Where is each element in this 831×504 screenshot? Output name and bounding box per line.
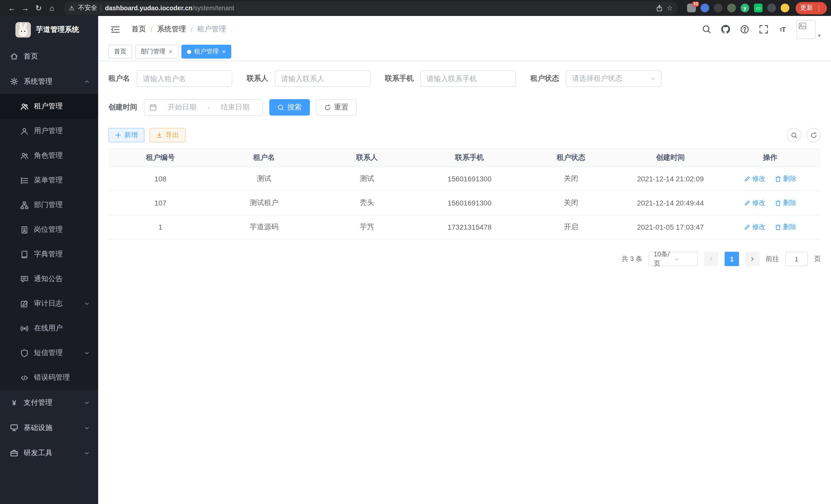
insecure-warning-icon: ⚠ (69, 4, 75, 11)
tab-home[interactable]: 首页 (109, 45, 132, 59)
browser-back-icon[interactable]: ← (5, 1, 19, 14)
github-icon[interactable] (721, 24, 731, 34)
sidebar-item-post[interactable]: 岗位管理 (0, 217, 98, 242)
sidebar-item-payment[interactable]: ¥ 支付管理 (0, 390, 98, 415)
export-button[interactable]: 导出 (149, 128, 185, 142)
home-icon (10, 52, 18, 60)
sidebar-logo[interactable]: 芋道管理系统 (0, 16, 98, 44)
sidebar-item-tenant[interactable]: 租户管理 (0, 94, 98, 119)
address-bar[interactable]: ⚠ 不安全 dashboard.yudao.iocoder.cn/system/… (64, 1, 678, 14)
font-size-icon[interactable]: tT (778, 24, 788, 34)
edit-button[interactable]: 修改 (744, 174, 766, 183)
breadcrumb-system[interactable]: 系统管理 (157, 25, 186, 34)
share-icon[interactable] (656, 4, 663, 11)
extension-icon-1[interactable]: 10 (687, 4, 696, 12)
sidebar-item-error-code[interactable]: 错误码管理 (0, 365, 98, 390)
yen-icon: ¥ (10, 399, 18, 406)
extension-icon-7[interactable] (767, 4, 776, 12)
date-separator: - (207, 103, 210, 112)
sidebar-item-dev-tools[interactable]: 研发工具 (0, 440, 98, 466)
sidebar-toggle-icon[interactable] (111, 24, 120, 34)
page-suffix-label: 页 (814, 254, 821, 264)
sidebar-item-role[interactable]: 角色管理 (0, 143, 98, 168)
delete-button[interactable]: 删除 (775, 198, 796, 208)
fullscreen-icon[interactable] (759, 24, 769, 34)
sidebar-item-online-users[interactable]: 在线用户 (0, 316, 98, 340)
trash-icon (775, 200, 781, 206)
close-icon[interactable]: × (222, 48, 226, 55)
browser-update-button[interactable]: 更新 ⋮ (796, 2, 827, 14)
extension-icon-6[interactable]: ▭ (754, 4, 763, 12)
cell-contact: 秃头 (316, 191, 418, 215)
phone-input[interactable] (420, 70, 516, 87)
browser-reload-icon[interactable]: ↻ (32, 1, 45, 14)
url-text[interactable]: dashboard.yudao.iocoder.cn/system/tenant (105, 4, 652, 11)
date-range-picker[interactable]: 开始日期 - 结束日期 (144, 99, 263, 116)
security-label[interactable]: 不安全 (78, 4, 97, 12)
toggle-search-icon[interactable] (787, 128, 801, 142)
breadcrumb-home[interactable]: 首页 (132, 25, 146, 34)
tab-label: 部门管理 (141, 47, 166, 56)
main-panel: 首页 / 系统管理 / 租户管理 tT ▾ (98, 16, 831, 504)
contact-input[interactable] (275, 70, 371, 87)
chevron-up-icon (84, 78, 90, 85)
badge-icon (21, 226, 28, 234)
edit-button[interactable]: 修改 (744, 198, 766, 208)
extension-icon-2[interactable] (700, 4, 709, 12)
user-avatar-menu[interactable]: ▾ (797, 20, 821, 39)
trash-icon (775, 176, 781, 182)
cell-status: 开启 (521, 215, 621, 239)
sidebar-item-label: 用户管理 (34, 126, 90, 136)
refresh-icon[interactable] (806, 128, 821, 142)
delete-button[interactable]: 删除 (775, 174, 796, 183)
sidebar-item-label: 菜单管理 (34, 176, 90, 185)
browser-menu-icon[interactable]: ⋮ (815, 4, 822, 12)
edit-button[interactable]: 修改 (744, 223, 766, 232)
tab-dept[interactable]: 部门管理 × (135, 45, 178, 59)
browser-home-icon[interactable]: ⌂ (45, 1, 59, 14)
sidebar-item-system[interactable]: 系统管理 (0, 69, 98, 94)
sidebar-item-infrastructure[interactable]: 基础设施 (0, 415, 98, 440)
sidebar-item-menu-mgmt[interactable]: 菜单管理 (0, 168, 98, 192)
search-button[interactable]: 搜索 (269, 99, 310, 116)
tab-tenant[interactable]: 租户管理 × (181, 45, 231, 59)
sidebar-item-sms[interactable]: 短信管理 (0, 340, 98, 365)
next-page-button[interactable] (745, 252, 760, 266)
chevron-down-icon (84, 425, 90, 431)
filter-row-1: 租户名 联系人 联系手机 租户状态 请选择租户状态 (109, 70, 821, 87)
bookmark-star-icon[interactable]: ☆ (667, 4, 673, 12)
page-size-select[interactable]: 10条/页 (649, 252, 698, 266)
sidebar-item-notice[interactable]: 通知公告 (0, 267, 98, 291)
caret-down-icon: ▾ (818, 32, 821, 39)
system-submenu: 租户管理 用户管理 角色管理 菜单管理 (0, 94, 98, 390)
help-icon[interactable] (740, 24, 750, 34)
extension-icon-3[interactable] (714, 4, 722, 12)
prev-page-button[interactable] (704, 252, 718, 266)
sidebar-item-audit-log[interactable]: 审计日志 (0, 291, 98, 316)
extension-icon-4[interactable] (727, 4, 736, 12)
col-contact: 联系人 (316, 149, 418, 167)
close-icon[interactable]: × (169, 48, 172, 55)
page-size-value: 10条/页 (654, 250, 674, 268)
cell-tenant-id: 108 (109, 167, 212, 191)
cell-tenant-name: 芋道源码 (212, 215, 316, 239)
profile-avatar-icon[interactable] (781, 4, 790, 12)
sidebar: 芋道管理系统 首页 系统管理 租户管理 (0, 16, 98, 504)
browser-forward-icon[interactable]: → (19, 1, 32, 14)
sidebar-item-home[interactable]: 首页 (0, 44, 98, 69)
add-button[interactable]: 新增 (109, 128, 144, 142)
sidebar-item-user[interactable]: 用户管理 (0, 119, 98, 143)
extension-icon-5[interactable]: y (741, 4, 749, 12)
search-icon[interactable] (702, 24, 712, 34)
date-end-placeholder: 结束日期 (213, 103, 257, 112)
goto-page-input[interactable] (785, 252, 808, 266)
reset-button[interactable]: 重置 (316, 99, 357, 116)
page-number-1[interactable]: 1 (725, 252, 739, 266)
status-select[interactable]: 请选择租户状态 (566, 70, 661, 87)
sidebar-item-dept[interactable]: 部门管理 (0, 192, 98, 217)
tenant-name-input[interactable] (137, 70, 232, 87)
sidebar-item-dict[interactable]: 字典管理 (0, 242, 98, 267)
tab-label: 租户管理 (194, 47, 219, 56)
delete-button[interactable]: 删除 (775, 223, 796, 232)
status-field: 租户状态 请选择租户状态 (531, 70, 661, 87)
